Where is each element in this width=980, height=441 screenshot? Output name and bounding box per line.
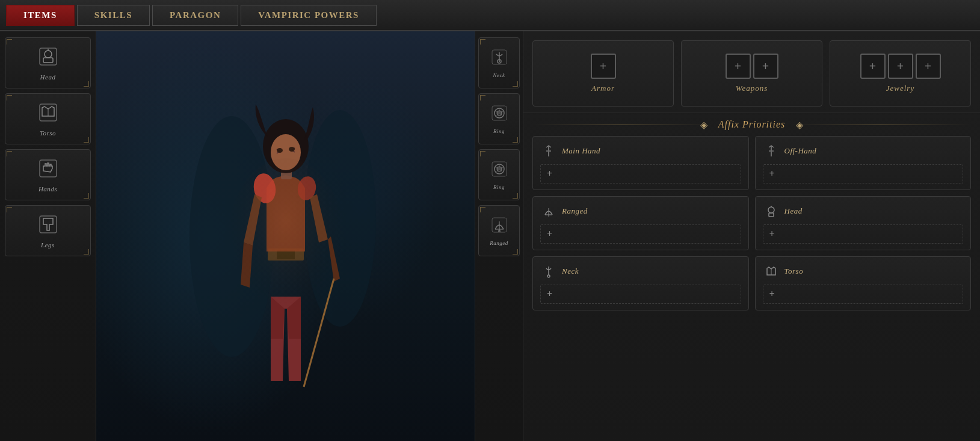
character-figure (171, 62, 400, 411)
svg-marker-30 (495, 165, 504, 172)
main-hand-add[interactable]: + (540, 164, 741, 183)
main-hand-plus: + (547, 168, 552, 179)
slot-head[interactable]: Head (5, 37, 91, 88)
weapons-label: Weapons (736, 84, 768, 93)
affix-off-hand-header: Off-Hand (763, 143, 964, 159)
head-affix-name: Head (784, 206, 803, 216)
slot-ranged[interactable]: Ranged (478, 205, 520, 256)
svg-rect-38 (769, 150, 774, 152)
svg-point-41 (768, 207, 774, 213)
tab-paragon[interactable]: PARAGON (152, 5, 238, 26)
jewelry-icon-2 (888, 54, 913, 79)
right-panel: Armor Weapons Jewelry (523, 31, 980, 441)
legs-icon (37, 214, 59, 238)
svg-rect-42 (769, 213, 774, 217)
left-equipment-panel: Head Torso Hands (0, 31, 96, 441)
affix-main-hand[interactable]: Main Hand + (532, 136, 749, 190)
affix-off-hand[interactable]: Off-Hand + (755, 136, 972, 190)
armor-icons (591, 54, 616, 79)
jewelry-icon-3 (916, 54, 941, 79)
jewelry-icon-1 (860, 54, 886, 79)
weapons-icon-2 (753, 54, 778, 79)
ranged-name: Ranged (562, 206, 588, 216)
head-affix-icon (763, 203, 780, 220)
affix-title: Affix Priorities (718, 119, 786, 130)
affix-neck[interactable]: Neck + (532, 256, 749, 310)
slot-torso[interactable]: Torso (5, 93, 91, 144)
head-slot-label: Head (40, 73, 56, 81)
affix-head-header: Head (763, 203, 964, 220)
ranged-plus: + (547, 229, 552, 239)
tab-skills[interactable]: SKILLS (77, 5, 150, 26)
armor-label: Armor (591, 84, 615, 93)
tab-vampiric-powers[interactable]: VAMPIRIC POWERS (241, 5, 377, 26)
ranged-add[interactable]: + (540, 224, 741, 244)
neck-affix-icon (540, 263, 557, 280)
hands-slot-label: Hands (39, 185, 57, 193)
svg-rect-2 (43, 58, 53, 63)
main-content: Head Torso Hands (0, 31, 980, 441)
off-hand-add[interactable]: + (763, 164, 964, 183)
affix-ranged-header: Ranged (540, 203, 741, 220)
ring1-icon (490, 104, 508, 126)
torso-icon (37, 102, 59, 126)
affix-divider-left: ◈ (532, 125, 712, 125)
ring1-slot-label: Ring (493, 128, 505, 134)
svg-point-18 (277, 148, 283, 153)
svg-point-1 (45, 51, 52, 58)
affix-divider-right: ◈ (791, 125, 971, 125)
svg-rect-6 (40, 160, 57, 177)
torso-plus: + (769, 289, 775, 300)
armor-icon-1 (591, 54, 616, 79)
torso-affix-name: Torso (784, 267, 804, 276)
slot-hands[interactable]: Hands (5, 149, 91, 200)
category-weapons[interactable]: Weapons (681, 40, 822, 106)
ranged-affix-icon (540, 203, 557, 220)
affix-neck-header: Neck (540, 263, 741, 280)
neck-add[interactable]: + (540, 285, 741, 304)
character-view (96, 31, 475, 441)
affix-arrow-right: ◈ (796, 119, 803, 131)
off-hand-name: Off-Hand (784, 146, 817, 156)
ring2-icon (490, 160, 508, 182)
accessories-panel: Neck Ring Ring (475, 31, 523, 441)
affix-head[interactable]: Head + (755, 196, 972, 250)
neck-affix-name: Neck (562, 267, 579, 276)
torso-affix-icon (763, 263, 780, 280)
slot-ring2[interactable]: Ring (478, 149, 520, 200)
head-plus: + (769, 229, 775, 239)
off-hand-plus: + (769, 168, 775, 179)
legs-slot-label: Legs (41, 241, 55, 248)
svg-rect-36 (546, 150, 551, 152)
head-icon (37, 46, 59, 70)
head-add[interactable]: + (763, 224, 964, 244)
jewelry-icons (860, 54, 941, 79)
affix-ranged[interactable]: Ranged + (532, 196, 749, 250)
category-armor[interactable]: Armor (532, 40, 674, 106)
affix-grid: Main Hand + Off-Hand (523, 136, 980, 316)
weapons-icon-1 (726, 54, 751, 79)
slot-ring1[interactable]: Ring (478, 93, 520, 144)
category-tabs: Armor Weapons Jewelry (523, 31, 980, 113)
neck-slot-label: Neck (493, 72, 505, 78)
torso-add[interactable]: + (763, 285, 964, 304)
slot-legs[interactable]: Legs (5, 205, 91, 256)
top-navigation: ITEMS SKILLS PARAGON VAMPIRIC POWERS (0, 0, 980, 31)
ranged-slot-label: Ranged (490, 240, 508, 246)
ranged-icon (490, 216, 508, 238)
off-hand-icon (763, 143, 780, 159)
affix-arrow-left: ◈ (700, 119, 707, 131)
svg-marker-26 (495, 109, 504, 116)
slot-neck[interactable]: Neck (478, 37, 520, 88)
neck-icon (490, 48, 508, 70)
affix-torso-header: Torso (763, 263, 964, 280)
affix-header: ◈ Affix Priorities ◈ (523, 113, 980, 136)
category-jewelry[interactable]: Jewelry (830, 40, 971, 106)
torso-slot-label: Torso (40, 129, 56, 137)
tab-items[interactable]: ITEMS (6, 5, 75, 26)
affix-main-hand-header: Main Hand (540, 143, 741, 159)
ring2-slot-label: Ring (493, 184, 505, 190)
main-hand-icon (540, 143, 557, 159)
affix-torso[interactable]: Torso + (755, 256, 972, 310)
svg-point-20 (226, 158, 346, 339)
